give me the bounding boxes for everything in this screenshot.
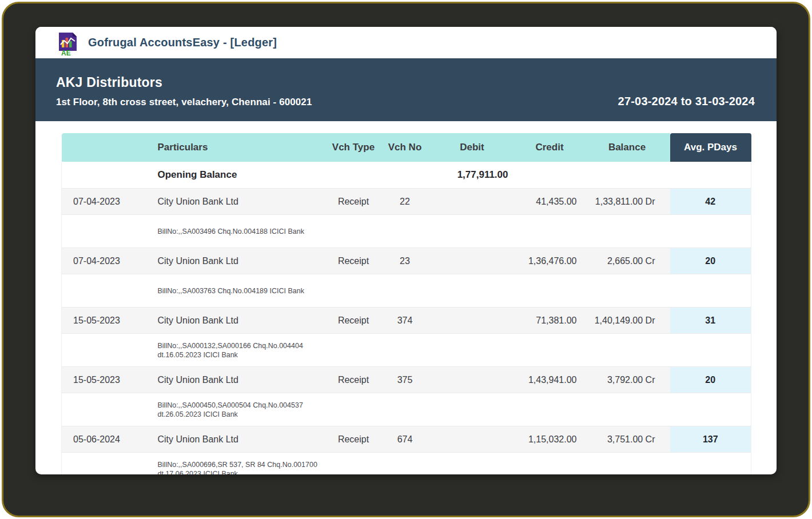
bill-detail: BillNo:,,SA003496 Chq.No.004188 ICICI Ba… [158,215,670,248]
table-row[interactable]: 05-06-2024 City Union Bank Ltd Receipt 6… [62,426,751,453]
cell-balance: 3,751.00 Cr [584,426,670,453]
cell-debit [429,248,515,274]
bill-detail-line: BillNo:,,SA000696,SR 537, SR 84 Chq.No.0… [158,460,670,469]
cell-particulars: City Union Bank Ltd [158,367,327,393]
header-vch-type: Vch Type [327,133,381,162]
cell-particulars: City Union Bank Ltd [158,426,327,453]
bill-detail-line: dt.17.06.2023 ICICI Bank [158,469,670,475]
header-credit: Credit [515,133,584,162]
cell-credit: 1,36,476.00 [515,248,584,274]
cell-balance: 2,665.00 Cr [584,248,670,274]
table-row[interactable]: 07-04-2023 City Union Bank Ltd Receipt 2… [62,248,751,274]
bill-detail: BillNo:,,SA000132,SA000166 Chq.No.004404… [158,334,670,367]
bill-detail: BillNo:,,SA000450,SA000504 Chq.No.004537… [158,393,670,426]
table-detail-row: BillNo:,,SA003763 Chq.No.004189 ICICI Ba… [62,274,751,308]
cell-vch-type: Receipt [327,367,381,393]
cell-vch-type: Receipt [327,248,381,274]
header-particulars: Particulars [158,133,327,162]
bill-detail-line: dt.16.05.2023 ICICI Bank [158,350,670,360]
cell-date: 07-04-2023 [62,189,158,215]
report-header: AKJ Distributors 1st Floor, 8th cross st… [35,58,777,121]
cell-avg-pdays: 20 [670,248,751,274]
cell-date: 15-05-2023 [62,308,158,334]
cell-vch-no: 22 [381,189,429,215]
cell-particulars: City Union Bank Ltd [158,189,327,215]
cell-avg-pdays: 31 [670,308,751,334]
ledger-table: Particulars Vch Type Vch No Debit Credit… [61,133,751,474]
header-debit: Debit [429,133,515,162]
cell-credit: 41,435.00 [515,189,584,215]
cell-credit: 1,43,941.00 [515,367,584,393]
bill-detail-line: dt.26.05.2023 ICICI Bank [158,410,670,419]
company-name: AKJ Distributors [56,75,312,90]
cell-debit [429,426,515,453]
table-detail-row: BillNo:,,SA000450,SA000504 Chq.No.004537… [62,393,751,426]
cell-credit: 1,15,032.00 [515,426,584,453]
header-balance: Balance [584,133,670,162]
cell-balance: 1,40,149.00 Dr [584,308,670,334]
app-icon-text: AE [61,49,71,57]
company-block: AKJ Distributors 1st Floor, 8th cross st… [56,75,312,108]
cell-vch-no: 375 [381,367,429,393]
table-row[interactable]: 15-05-2023 City Union Bank Ltd Receipt 3… [62,367,751,393]
cell-balance: 1,33,811.00 Dr [584,189,670,215]
cell-debit [429,308,515,334]
cell-vch-type: Receipt [327,426,381,453]
title-bar: AE Gofrugal AccountsEasy - [Ledger] [35,27,777,58]
cell-avg-pdays: 42 [670,189,751,215]
cell-date: 07-04-2023 [62,248,158,274]
bill-detail-line: BillNo:,,SA000450,SA000504 Chq.No.004537 [158,401,670,410]
cell-vch-no: 374 [381,308,429,334]
bill-detail-line: BillNo:,,SA003496 Chq.No.004188 ICICI Ba… [158,227,670,236]
cell-vch-type: Receipt [327,189,381,215]
cell-vch-no: 674 [381,426,429,453]
cell-vch-type: Receipt [327,308,381,334]
opening-balance-row: Opening Balance 1,77,911.00 [62,162,751,189]
table-row[interactable]: 07-04-2023 City Union Bank Ltd Receipt 2… [62,189,751,215]
cell-particulars: City Union Bank Ltd [158,308,327,334]
window-title: Gofrugal AccountsEasy - [Ledger] [88,36,277,49]
header-vch-no: Vch No [381,133,429,162]
table-header-row: Particulars Vch Type Vch No Debit Credit… [62,133,751,162]
bill-detail: BillNo:,,SA003763 Chq.No.004189 ICICI Ba… [158,274,670,308]
cell-balance: 3,792.00 Cr [584,367,670,393]
cell-particulars: City Union Bank Ltd [158,248,327,274]
cell-avg-pdays: 20 [670,367,751,393]
bill-detail-line: BillNo:,,SA003763 Chq.No.004189 ICICI Ba… [158,286,670,296]
app-window: AE Gofrugal AccountsEasy - [Ledger] AKJ … [35,27,777,474]
header-avg-pdays: Avg. PDays [670,133,751,162]
accountseasy-app-icon: AE [57,31,78,57]
cell-debit [429,367,515,393]
opening-balance-label: Opening Balance [158,162,327,189]
bill-detail: BillNo:,,SA000696,SR 537, SR 84 Chq.No.0… [158,453,670,475]
bill-detail-line: BillNo:,,SA000132,SA000166 Chq.No.004404 [158,341,670,350]
app-logo-icon: AE [57,31,78,57]
report-date-range: 27-03-2024 to 31-03-2024 [618,95,755,108]
cell-date: 05-06-2024 [62,426,158,453]
table-detail-row: BillNo:,,SA000132,SA000166 Chq.No.004404… [62,334,751,367]
opening-balance-debit: 1,77,911.00 [429,162,515,189]
header-date [62,133,158,162]
cell-vch-no: 23 [381,248,429,274]
table-detail-row: BillNo:,,SA000696,SR 537, SR 84 Chq.No.0… [62,453,751,475]
ledger-content: Particulars Vch Type Vch No Debit Credit… [35,121,777,474]
table-row[interactable]: 15-05-2023 City Union Bank Ltd Receipt 3… [62,308,751,334]
cell-avg-pdays: 137 [670,426,751,453]
cell-credit: 71,381.00 [515,308,584,334]
cell-debit [429,189,515,215]
cell-date: 15-05-2023 [62,367,158,393]
table-detail-row: BillNo:,,SA003496 Chq.No.004188 ICICI Ba… [62,215,751,248]
company-address: 1st Floor, 8th cross street, velachery, … [56,97,312,108]
